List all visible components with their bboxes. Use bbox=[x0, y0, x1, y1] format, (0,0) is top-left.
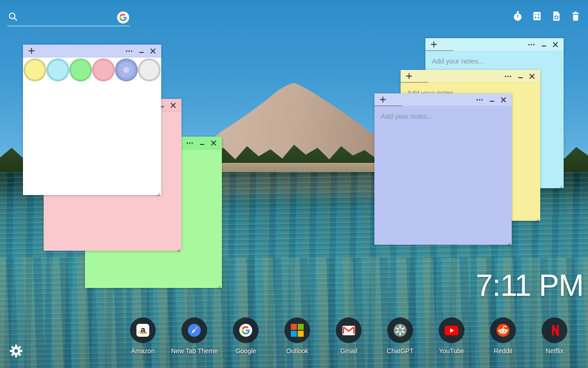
shortcut-label: Netflix bbox=[546, 347, 564, 355]
note-titlebar bbox=[425, 38, 564, 51]
clock: 7:11 PM bbox=[476, 268, 583, 303]
note-titlebar bbox=[23, 45, 161, 58]
paintbrush-icon bbox=[181, 317, 207, 343]
settings-button[interactable] bbox=[9, 344, 23, 359]
note-close-button[interactable] bbox=[553, 42, 558, 47]
note-menu-button[interactable] bbox=[125, 50, 133, 52]
resize-handle[interactable] bbox=[176, 246, 181, 250]
color-swatch-periwinkle-selected[interactable] bbox=[115, 58, 138, 81]
search-bar bbox=[7, 9, 130, 26]
shortcut-reddit[interactable]: Reddit bbox=[480, 317, 526, 355]
note-titlebar bbox=[374, 93, 512, 106]
resize-handle[interactable] bbox=[507, 240, 511, 244]
shortcut-label: New Tab Theme bbox=[171, 347, 217, 355]
note-close-button[interactable] bbox=[501, 97, 506, 103]
google-logo-icon[interactable] bbox=[117, 12, 129, 23]
search-input[interactable] bbox=[21, 13, 113, 22]
shortcut-outlook[interactable]: Outlook bbox=[274, 317, 320, 355]
note-placeholder: Add your notes... bbox=[381, 112, 433, 120]
shortcut-label: Amazon bbox=[131, 347, 154, 355]
note-menu-button[interactable] bbox=[528, 43, 535, 46]
shortcut-label: Gmail bbox=[340, 347, 357, 355]
color-swatch-yellow[interactable] bbox=[23, 58, 46, 81]
shortcut-netflix[interactable]: Netflix bbox=[531, 317, 577, 355]
note-menu-button[interactable] bbox=[504, 75, 512, 78]
note-close-button[interactable] bbox=[211, 140, 216, 146]
shortcut-label: YouTube bbox=[439, 347, 464, 355]
shortcut-youtube[interactable]: YouTube bbox=[429, 317, 475, 355]
shortcut-chatgpt[interactable]: ChatGPT bbox=[377, 317, 423, 355]
reddit-icon bbox=[490, 317, 516, 343]
note-menu-button[interactable] bbox=[186, 142, 193, 144]
add-note-button[interactable] bbox=[431, 41, 437, 47]
google-icon bbox=[233, 317, 259, 343]
note-close-button[interactable] bbox=[529, 74, 535, 79]
note-body[interactable] bbox=[23, 58, 161, 195]
note-minimize-button[interactable] bbox=[542, 44, 546, 46]
outlook-icon bbox=[284, 317, 310, 343]
note-close-button[interactable] bbox=[150, 48, 156, 54]
calculator-icon[interactable] bbox=[531, 10, 543, 22]
gmail-icon bbox=[336, 317, 362, 343]
note-menu-button[interactable] bbox=[476, 98, 483, 101]
gear-icon bbox=[9, 352, 23, 359]
shortcut-gmail[interactable]: Gmail bbox=[326, 317, 372, 355]
timer-icon[interactable] bbox=[512, 10, 524, 22]
shortcut-new-tab-theme[interactable]: New Tab Theme bbox=[171, 317, 217, 355]
netflix-icon bbox=[542, 317, 567, 343]
add-note-button[interactable] bbox=[406, 73, 412, 79]
add-note-button[interactable] bbox=[380, 97, 386, 103]
youtube-icon bbox=[439, 317, 464, 343]
note-minimize-button[interactable] bbox=[139, 50, 144, 52]
note-minimize-button[interactable] bbox=[518, 75, 523, 77]
shortcut-label: Reddit bbox=[494, 347, 512, 355]
resize-handle[interactable] bbox=[559, 183, 563, 187]
shortcut-google[interactable]: Google bbox=[223, 317, 269, 355]
color-swatch-pink[interactable] bbox=[92, 58, 115, 81]
delete-all-icon[interactable] bbox=[570, 10, 582, 22]
resize-handle[interactable] bbox=[156, 190, 160, 194]
shortcut-amazon[interactable]: a Amazon bbox=[120, 317, 166, 355]
amazon-icon: a bbox=[130, 317, 156, 343]
shortcut-dock: a Amazon bbox=[120, 317, 577, 355]
shortcut-label: Outlook bbox=[286, 347, 308, 355]
note-minimize-button[interactable] bbox=[200, 142, 204, 144]
chatgpt-icon bbox=[387, 317, 413, 343]
color-swatch-white[interactable] bbox=[138, 58, 161, 81]
color-picker bbox=[23, 58, 161, 82]
sticky-note-new-with-color-picker[interactable] bbox=[23, 45, 161, 195]
new-note-icon[interactable] bbox=[550, 10, 562, 22]
resize-handle[interactable] bbox=[535, 216, 539, 220]
color-swatch-green[interactable] bbox=[69, 58, 92, 81]
resize-handle[interactable] bbox=[217, 283, 221, 287]
note-body[interactable]: Add your notes... bbox=[374, 106, 512, 245]
note-titlebar bbox=[401, 70, 540, 83]
sticky-note-periwinkle[interactable]: Add your notes... bbox=[374, 93, 512, 245]
shortcut-label: Google bbox=[235, 347, 256, 355]
add-note-button[interactable] bbox=[28, 48, 34, 54]
top-action-bar bbox=[512, 10, 582, 22]
color-swatch-cyan[interactable] bbox=[46, 58, 69, 81]
note-placeholder: Add your notes... bbox=[432, 57, 484, 65]
new-tab-page: Add your notes... Add your notes... bbox=[0, 0, 588, 368]
search-icon bbox=[8, 12, 17, 23]
note-close-button[interactable] bbox=[170, 103, 176, 108]
shortcut-label: ChatGPT bbox=[387, 347, 413, 355]
note-minimize-button[interactable] bbox=[490, 99, 494, 101]
